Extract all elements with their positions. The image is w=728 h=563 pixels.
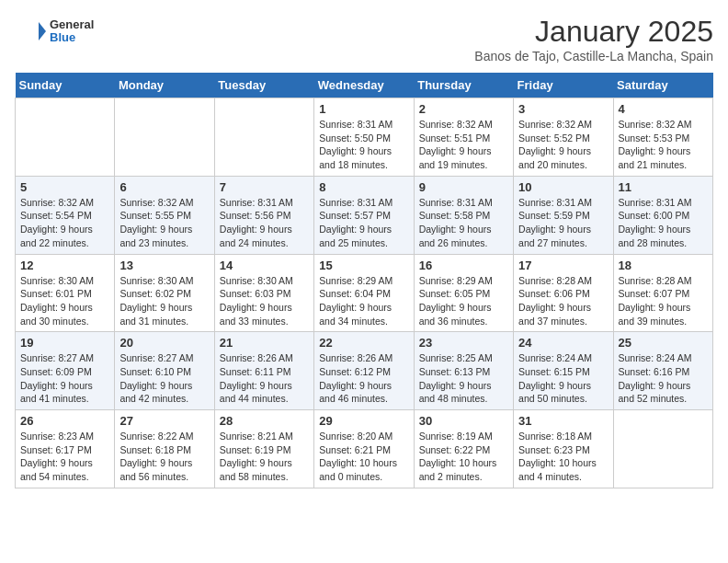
calendar-cell: 3Sunrise: 8:32 AM Sunset: 5:52 PM Daylig… [514, 98, 613, 177]
day-info: Sunrise: 8:24 AM Sunset: 6:15 PM Dayligh… [518, 351, 608, 406]
day-info: Sunrise: 8:30 AM Sunset: 6:01 PM Dayligh… [20, 274, 109, 328]
day-info: Sunrise: 8:19 AM Sunset: 6:22 PM Dayligh… [419, 430, 508, 484]
day-number: 1 [319, 102, 408, 116]
calendar-week-row: 12Sunrise: 8:30 AM Sunset: 6:01 PM Dayli… [16, 254, 713, 332]
day-info: Sunrise: 8:23 AM Sunset: 6:17 PM Dayligh… [20, 430, 109, 484]
calendar-cell: 29Sunrise: 8:20 AM Sunset: 6:21 PM Dayli… [314, 410, 414, 488]
calendar-cell: 24Sunrise: 8:24 AM Sunset: 6:15 PM Dayli… [514, 332, 613, 410]
logo-blue: Blue [50, 31, 94, 44]
svg-marker-0 [39, 22, 46, 40]
logo-general: General [50, 18, 94, 31]
day-number: 28 [220, 414, 309, 428]
day-info: Sunrise: 8:28 AM Sunset: 6:07 PM Dayligh… [619, 274, 708, 328]
calendar-week-row: 1Sunrise: 8:31 AM Sunset: 5:50 PM Daylig… [16, 98, 713, 177]
day-info: Sunrise: 8:20 AM Sunset: 6:21 PM Dayligh… [319, 430, 408, 484]
title-area: January 2025 Banos de Tajo, Castille-La … [474, 15, 713, 63]
weekday-header-friday: Friday [514, 73, 613, 98]
day-info: Sunrise: 8:32 AM Sunset: 5:52 PM Dayligh… [518, 118, 608, 172]
calendar-cell: 19Sunrise: 8:27 AM Sunset: 6:09 PM Dayli… [16, 332, 115, 410]
day-info: Sunrise: 8:26 AM Sunset: 6:11 PM Dayligh… [220, 351, 309, 406]
day-number: 6 [119, 180, 209, 194]
day-number: 29 [319, 414, 408, 428]
calendar-cell: 26Sunrise: 8:23 AM Sunset: 6:17 PM Dayli… [16, 410, 115, 488]
calendar-cell: 9Sunrise: 8:31 AM Sunset: 5:58 PM Daylig… [414, 176, 513, 254]
day-info: Sunrise: 8:25 AM Sunset: 6:13 PM Dayligh… [419, 351, 508, 406]
day-number: 16 [419, 259, 508, 272]
weekday-header-sunday: Sunday [16, 73, 115, 98]
calendar-cell: 27Sunrise: 8:22 AM Sunset: 6:18 PM Dayli… [115, 410, 214, 488]
calendar-cell: 14Sunrise: 8:30 AM Sunset: 6:03 PM Dayli… [214, 254, 313, 332]
calendar-cell [613, 410, 712, 488]
day-info: Sunrise: 8:31 AM Sunset: 5:50 PM Dayligh… [319, 118, 408, 172]
calendar-week-row: 19Sunrise: 8:27 AM Sunset: 6:09 PM Dayli… [16, 332, 713, 410]
day-info: Sunrise: 8:29 AM Sunset: 6:05 PM Dayligh… [419, 274, 508, 328]
day-info: Sunrise: 8:31 AM Sunset: 5:57 PM Dayligh… [319, 196, 408, 250]
logo-bird-icon [15, 15, 48, 48]
day-number: 11 [619, 180, 708, 194]
day-info: Sunrise: 8:21 AM Sunset: 6:19 PM Dayligh… [220, 430, 309, 484]
day-number: 21 [220, 336, 309, 350]
calendar-cell [214, 98, 313, 177]
day-info: Sunrise: 8:24 AM Sunset: 6:16 PM Dayligh… [619, 351, 708, 406]
month-title: January 2025 [474, 15, 713, 49]
calendar-cell: 20Sunrise: 8:27 AM Sunset: 6:10 PM Dayli… [115, 332, 214, 410]
calendar-cell: 23Sunrise: 8:25 AM Sunset: 6:13 PM Dayli… [414, 332, 513, 410]
weekday-header-wednesday: Wednesday [314, 73, 414, 98]
day-number: 9 [419, 180, 508, 194]
day-info: Sunrise: 8:31 AM Sunset: 5:59 PM Dayligh… [518, 196, 608, 250]
calendar-week-row: 26Sunrise: 8:23 AM Sunset: 6:17 PM Dayli… [16, 410, 713, 488]
weekday-header-saturday: Saturday [613, 73, 712, 98]
calendar-cell: 18Sunrise: 8:28 AM Sunset: 6:07 PM Dayli… [613, 254, 712, 332]
calendar-cell: 6Sunrise: 8:32 AM Sunset: 5:55 PM Daylig… [115, 176, 214, 254]
day-info: Sunrise: 8:32 AM Sunset: 5:51 PM Dayligh… [419, 118, 508, 172]
calendar-cell: 16Sunrise: 8:29 AM Sunset: 6:05 PM Dayli… [414, 254, 513, 332]
day-info: Sunrise: 8:32 AM Sunset: 5:55 PM Dayligh… [119, 196, 209, 250]
calendar-cell: 12Sunrise: 8:30 AM Sunset: 6:01 PM Dayli… [16, 254, 115, 332]
calendar-header: SundayMondayTuesdayWednesdayThursdayFrid… [16, 73, 713, 98]
logo: General Blue [15, 15, 94, 48]
day-number: 25 [619, 336, 708, 350]
calendar-cell: 13Sunrise: 8:30 AM Sunset: 6:02 PM Dayli… [115, 254, 214, 332]
calendar-cell: 1Sunrise: 8:31 AM Sunset: 5:50 PM Daylig… [314, 98, 414, 177]
calendar-cell: 5Sunrise: 8:32 AM Sunset: 5:54 PM Daylig… [16, 176, 115, 254]
day-number: 5 [20, 180, 109, 194]
weekday-header-monday: Monday [115, 73, 214, 98]
day-number: 26 [20, 414, 109, 428]
weekday-header-row: SundayMondayTuesdayWednesdayThursdayFrid… [16, 73, 713, 98]
calendar-cell: 8Sunrise: 8:31 AM Sunset: 5:57 PM Daylig… [314, 176, 414, 254]
calendar-body: 1Sunrise: 8:31 AM Sunset: 5:50 PM Daylig… [16, 98, 713, 488]
calendar-cell: 11Sunrise: 8:31 AM Sunset: 6:00 PM Dayli… [613, 176, 712, 254]
calendar-cell: 7Sunrise: 8:31 AM Sunset: 5:56 PM Daylig… [214, 176, 313, 254]
day-number: 27 [119, 414, 209, 428]
day-number: 30 [419, 414, 508, 428]
day-number: 7 [220, 180, 309, 194]
location-subtitle: Banos de Tajo, Castille-La Mancha, Spain [474, 49, 713, 63]
calendar-cell: 30Sunrise: 8:19 AM Sunset: 6:22 PM Dayli… [414, 410, 513, 488]
calendar-cell: 17Sunrise: 8:28 AM Sunset: 6:06 PM Dayli… [514, 254, 613, 332]
calendar-cell: 2Sunrise: 8:32 AM Sunset: 5:51 PM Daylig… [414, 98, 513, 177]
calendar-cell: 15Sunrise: 8:29 AM Sunset: 6:04 PM Dayli… [314, 254, 414, 332]
day-info: Sunrise: 8:22 AM Sunset: 6:18 PM Dayligh… [119, 430, 209, 484]
day-info: Sunrise: 8:27 AM Sunset: 6:10 PM Dayligh… [119, 351, 209, 406]
day-number: 8 [319, 180, 408, 194]
day-info: Sunrise: 8:32 AM Sunset: 5:53 PM Dayligh… [619, 118, 708, 172]
calendar-cell: 22Sunrise: 8:26 AM Sunset: 6:12 PM Dayli… [314, 332, 414, 410]
day-number: 17 [518, 259, 608, 272]
day-info: Sunrise: 8:18 AM Sunset: 6:23 PM Dayligh… [518, 430, 608, 484]
day-info: Sunrise: 8:30 AM Sunset: 6:03 PM Dayligh… [220, 274, 309, 328]
calendar-table: SundayMondayTuesdayWednesdayThursdayFrid… [15, 73, 713, 488]
day-number: 10 [518, 180, 608, 194]
calendar-cell: 4Sunrise: 8:32 AM Sunset: 5:53 PM Daylig… [613, 98, 712, 177]
calendar-cell: 28Sunrise: 8:21 AM Sunset: 6:19 PM Dayli… [214, 410, 313, 488]
day-number: 20 [119, 336, 209, 350]
weekday-header-tuesday: Tuesday [214, 73, 313, 98]
day-number: 15 [319, 259, 408, 272]
day-number: 12 [20, 259, 109, 272]
calendar-cell: 21Sunrise: 8:26 AM Sunset: 6:11 PM Dayli… [214, 332, 313, 410]
calendar-cell: 25Sunrise: 8:24 AM Sunset: 6:16 PM Dayli… [613, 332, 712, 410]
weekday-header-thursday: Thursday [414, 73, 513, 98]
calendar-week-row: 5Sunrise: 8:32 AM Sunset: 5:54 PM Daylig… [16, 176, 713, 254]
day-number: 22 [319, 336, 408, 350]
calendar-cell: 31Sunrise: 8:18 AM Sunset: 6:23 PM Dayli… [514, 410, 613, 488]
day-info: Sunrise: 8:32 AM Sunset: 5:54 PM Dayligh… [20, 196, 109, 250]
